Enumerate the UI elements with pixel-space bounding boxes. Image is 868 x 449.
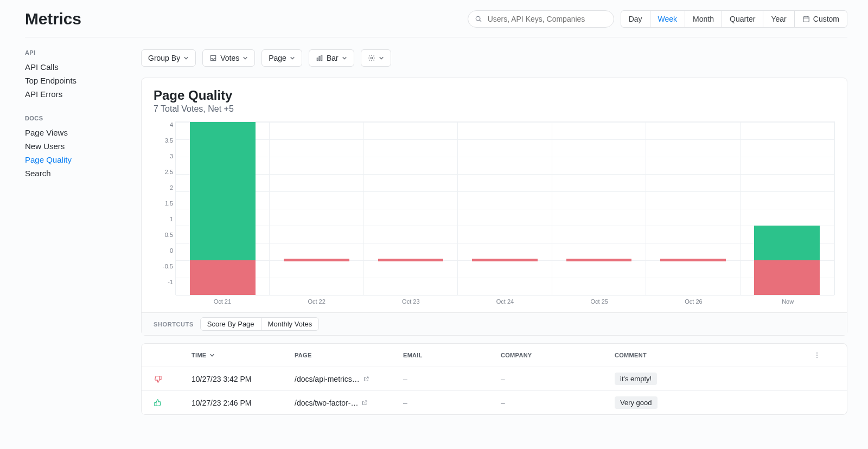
svg-point-7	[816, 352, 818, 354]
sidebar-item-api-calls[interactable]: API Calls	[25, 60, 119, 74]
search-input[interactable]	[487, 14, 607, 24]
chart-column	[741, 122, 834, 295]
votes-dropdown[interactable]: Votes	[202, 49, 255, 67]
chart-subtitle: 7 Total Votes, Net +5	[154, 104, 835, 114]
col-time[interactable]: TIME	[192, 352, 295, 358]
votes-table: TIME PAGE EMAIL COMPANY COMMENT 10/27/23…	[141, 343, 847, 415]
chevron-down-icon	[379, 55, 384, 61]
range-custom[interactable]: Custom	[795, 11, 847, 27]
svg-rect-2	[803, 17, 809, 22]
cell-time: 10/27/23 2:46 PM	[192, 399, 295, 407]
col-email[interactable]: EMAIL	[403, 352, 501, 358]
external-link-icon[interactable]	[361, 400, 368, 406]
svg-point-8	[816, 355, 818, 356]
svg-point-6	[371, 57, 373, 59]
shortcut-score-by-page[interactable]: Score By Page	[201, 318, 261, 330]
chevron-down-icon	[290, 55, 295, 61]
chart-column	[646, 122, 740, 295]
range-quarter[interactable]: Quarter	[722, 11, 763, 27]
shortcut-monthly-votes[interactable]: Monthly Votes	[261, 318, 319, 330]
table-row[interactable]: 10/27/23 2:46 PM/docs/two-factor-…––Very…	[142, 390, 847, 414]
chart-column	[270, 122, 363, 295]
search-icon	[475, 15, 482, 23]
cell-email: –	[403, 375, 501, 383]
chevron-down-icon	[342, 55, 347, 61]
chevron-down-icon	[183, 55, 189, 61]
sidebar: APIAPI CallsTop EndpointsAPI ErrorsDOCSP…	[25, 49, 119, 415]
table-header: TIME PAGE EMAIL COMPANY COMMENT	[142, 344, 847, 367]
sidebar-item-api-errors[interactable]: API Errors	[25, 87, 119, 101]
col-company[interactable]: COMPANY	[501, 352, 615, 358]
sidebar-item-search[interactable]: Search	[25, 166, 119, 180]
svg-rect-4	[319, 56, 320, 61]
col-comment[interactable]: COMMENT	[615, 352, 813, 358]
search-field[interactable]	[468, 10, 614, 28]
inbox-icon	[209, 54, 217, 62]
chart-panel: Page Quality 7 Total Votes, Net +5 43.53…	[141, 78, 847, 336]
external-link-icon[interactable]	[363, 376, 369, 382]
cell-company: –	[501, 399, 615, 407]
groupby-dropdown[interactable]: Group By	[141, 49, 196, 67]
viz-type-dropdown[interactable]: Bar	[309, 49, 354, 67]
cell-page[interactable]: /docs/api-metrics…	[295, 375, 403, 383]
table-more-icon[interactable]	[813, 351, 835, 359]
cell-time: 10/27/23 3:42 PM	[192, 375, 295, 383]
svg-line-1	[480, 20, 481, 22]
range-week[interactable]: Week	[650, 11, 686, 27]
page-title: Metrics	[25, 10, 81, 28]
chart-column	[458, 122, 552, 295]
thumb-down-icon	[154, 375, 192, 383]
range-month[interactable]: Month	[685, 11, 722, 27]
range-year[interactable]: Year	[763, 11, 794, 27]
sidebar-item-new-users[interactable]: New Users	[25, 139, 119, 153]
chart-column	[364, 122, 458, 295]
chart-settings-dropdown[interactable]	[361, 49, 391, 67]
sidebar-item-page-quality[interactable]: Page Quality	[25, 153, 119, 166]
svg-rect-5	[321, 55, 322, 61]
shortcuts-header: SHORTCUTS	[154, 321, 194, 328]
page-dropdown[interactable]: Page	[261, 49, 302, 67]
y-axis: 43.532.521.510.50-0.5-1	[154, 121, 175, 295]
table-row[interactable]: 10/27/23 3:42 PM/docs/api-metrics…––it's…	[142, 367, 847, 390]
col-page[interactable]: PAGE	[295, 352, 403, 358]
sidebar-item-page-views[interactable]: Page Views	[25, 126, 119, 139]
chart-title: Page Quality	[154, 88, 835, 103]
chart-area	[175, 121, 835, 295]
shortcut-chip-group: Score By PageMonthly Votes	[200, 317, 319, 331]
chart-column	[176, 122, 270, 295]
cell-comment: Very good	[615, 396, 813, 409]
thumb-up-icon	[154, 399, 192, 407]
cell-page[interactable]: /docs/two-factor-…	[295, 399, 403, 407]
range-day[interactable]: Day	[621, 11, 650, 27]
svg-point-9	[816, 357, 818, 358]
calendar-icon	[802, 15, 810, 23]
sort-desc-icon	[209, 352, 215, 358]
cell-company: –	[501, 375, 615, 383]
chart-column	[552, 122, 646, 295]
sidebar-group-header: API	[25, 49, 119, 56]
sidebar-group-header: DOCS	[25, 115, 119, 121]
date-range-selector: DayWeekMonthQuarterYearCustom	[621, 10, 847, 28]
chevron-down-icon	[242, 55, 248, 61]
x-axis: Oct 21Oct 22Oct 23Oct 24Oct 25Oct 26Now	[175, 295, 835, 305]
bar-chart-icon	[316, 54, 323, 62]
cell-email: –	[403, 399, 501, 407]
cell-comment: it's empty!	[615, 373, 813, 385]
gear-icon	[368, 54, 375, 62]
sidebar-item-top-endpoints[interactable]: Top Endpoints	[25, 74, 119, 87]
svg-rect-3	[317, 58, 318, 61]
